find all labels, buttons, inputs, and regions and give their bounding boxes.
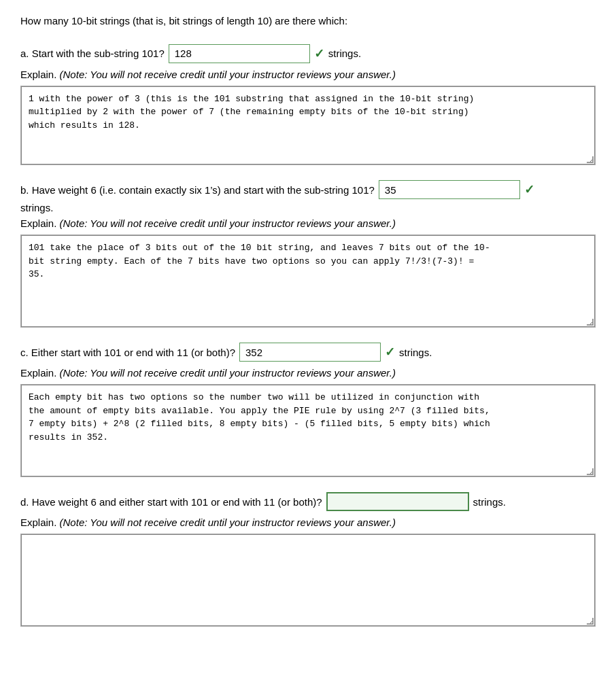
part-b-explanation[interactable]: 101 take the place of 3 bits out of the … [21, 235, 595, 327]
part-c: c. Either start with 101 or end with 11 … [20, 343, 596, 477]
part-b-explain: Explain. (Note: You will not receive cre… [20, 218, 596, 229]
part-c-explanation[interactable]: Each empty bit has two options so the nu… [21, 385, 595, 476]
part-d-label: d. Have weight 6 and either start with 1… [20, 496, 322, 508]
part-c-explain: Explain. (Note: You will not receive cre… [20, 367, 596, 379]
part-b: b. Have weight 6 (i.e. contain exactly s… [20, 180, 596, 328]
part-d-explain: Explain. (Note: You will not receive cre… [20, 517, 596, 528]
part-b-label: b. Have weight 6 (i.e. contain exactly s… [20, 184, 375, 196]
main-question: How many 10-bit strings (that is, bit st… [20, 14, 596, 29]
part-d-input[interactable] [326, 492, 469, 511]
part-b-checkmark: ✓ [524, 182, 534, 197]
part-c-explanation-wrapper: Each empty bit has two options so the nu… [20, 384, 596, 477]
part-b-input[interactable] [379, 180, 520, 199]
part-a-label: a. Start with the sub-string 101? [20, 48, 165, 59]
resize-handle-c [587, 468, 594, 475]
part-d-strings: strings. [473, 496, 506, 508]
part-a-explain: Explain. (Note: You will not receive cre… [20, 69, 596, 80]
part-a: a. Start with the sub-string 101? ✓ stri… [20, 44, 596, 166]
part-d-explanation[interactable] [21, 534, 595, 626]
resize-handle-b [587, 319, 594, 326]
part-c-checkmark: ✓ [385, 345, 395, 360]
part-a-checkmark: ✓ [314, 46, 324, 61]
part-a-strings: strings. [328, 48, 361, 59]
part-b-explanation-wrapper: 101 take the place of 3 bits out of the … [20, 234, 596, 328]
part-c-strings: strings. [399, 347, 432, 358]
part-a-explanation-wrapper: 1 with the power of 3 (this is the 101 s… [20, 86, 596, 166]
part-d: d. Have weight 6 and either start with 1… [20, 492, 596, 627]
resize-handle-a [587, 156, 594, 163]
part-d-explanation-wrapper [20, 534, 596, 627]
part-b-strings: strings. [20, 202, 596, 213]
part-c-input[interactable] [239, 343, 381, 362]
part-a-explanation[interactable]: 1 with the power of 3 (this is the 101 s… [21, 86, 595, 165]
part-a-input[interactable] [169, 44, 310, 63]
part-c-label: c. Either start with 101 or end with 11 … [20, 347, 235, 358]
resize-handle-d [587, 618, 594, 625]
